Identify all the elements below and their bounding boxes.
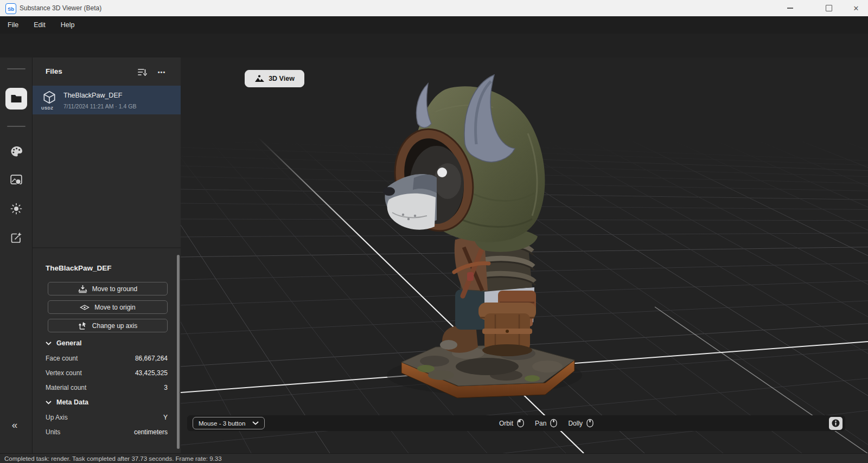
maximize-button[interactable] bbox=[816, 0, 841, 16]
close-icon: ✕ bbox=[853, 4, 859, 12]
title-bar: Sb Substance 3D Viewer (Beta) ✕ bbox=[0, 0, 868, 17]
rail-divider bbox=[7, 68, 25, 69]
menu-bar: File Edit Help bbox=[0, 16, 868, 34]
viewport-bottom-bar: Mouse - 3 button Orbit Pan D bbox=[187, 415, 845, 431]
info-icon bbox=[832, 419, 840, 427]
sun-icon bbox=[10, 203, 22, 215]
face-count-row: Face count 86,667,264 bbox=[46, 355, 168, 362]
collapse-icon: « bbox=[12, 419, 18, 431]
palette-icon bbox=[10, 146, 23, 157]
pan-hint: Pan bbox=[535, 419, 557, 428]
lighting-rail-button[interactable] bbox=[10, 202, 23, 215]
files-properties-panel: Files ••• USDZ TheBlackPaw_DEF 7/11/2024… bbox=[33, 57, 181, 453]
panel-divider bbox=[33, 247, 181, 248]
move-to-origin-button[interactable]: Move to origin bbox=[48, 300, 168, 314]
properties-title: TheBlackPaw_DEF bbox=[46, 264, 112, 272]
viewport-info-button[interactable] bbox=[829, 417, 843, 430]
chevron-down-icon bbox=[252, 421, 259, 425]
3d-viewport[interactable]: Mouse - 3 button Orbit Pan D bbox=[181, 57, 868, 453]
sort-button[interactable] bbox=[137, 67, 148, 77]
files-more-button[interactable]: ••• bbox=[156, 67, 167, 77]
dolly-hint: Dolly bbox=[568, 419, 593, 428]
close-button[interactable]: ✕ bbox=[844, 0, 868, 16]
3d-view-tab[interactable]: 3D View bbox=[245, 70, 304, 87]
menu-edit[interactable]: Edit bbox=[26, 16, 53, 34]
mouse-left-button-icon bbox=[517, 419, 524, 428]
vertex-count-row: Vertex count 43,425,325 bbox=[46, 369, 168, 377]
menu-help[interactable]: Help bbox=[53, 16, 82, 34]
files-panel-title: Files bbox=[46, 67, 62, 75]
edit-in-app-rail-button[interactable] bbox=[10, 232, 23, 245]
file-list-item-selected[interactable]: USDZ TheBlackPaw_DEF 7/11/2024 11:21 AM … bbox=[33, 86, 181, 114]
minimize-icon bbox=[787, 8, 793, 8]
chevron-down-icon bbox=[46, 342, 52, 345]
panel-scrollbar[interactable] bbox=[177, 255, 180, 449]
rail-divider bbox=[7, 126, 25, 127]
status-bar: Completed task: render. Task completed a… bbox=[0, 453, 868, 463]
sort-icon bbox=[138, 68, 147, 76]
file-meta: 7/11/2024 11:21 AM · 1.4 GB bbox=[63, 103, 136, 110]
file-type-badge: USDZ bbox=[41, 106, 53, 111]
edit-export-star-icon bbox=[10, 232, 22, 244]
mouse-hints: Orbit Pan Dolly bbox=[499, 415, 593, 431]
mouse-middle-button-icon bbox=[550, 419, 557, 428]
change-up-axis-button[interactable]: Change up axis bbox=[48, 319, 168, 332]
materials-rail-button[interactable] bbox=[10, 145, 23, 158]
minimize-button[interactable] bbox=[777, 0, 802, 16]
3d-cube-icon bbox=[42, 91, 56, 104]
collapse-panel-button[interactable]: « bbox=[7, 417, 23, 433]
change-up-axis-icon bbox=[78, 321, 87, 330]
section-meta-data[interactable]: Meta Data bbox=[46, 398, 88, 406]
move-to-origin-icon bbox=[80, 304, 90, 311]
folder-icon bbox=[10, 94, 22, 104]
mouse-right-button-icon bbox=[586, 419, 593, 428]
move-to-ground-icon bbox=[78, 285, 87, 293]
status-text: Completed task: render. Task completed a… bbox=[4, 455, 222, 462]
orbit-hint: Orbit bbox=[499, 419, 524, 428]
move-to-ground-button[interactable]: Move to ground bbox=[48, 282, 168, 295]
main-toolbar: Viewing * TheBlackPaw_DEF.usdz Canvas 3D… bbox=[0, 34, 868, 58]
background-rail-button[interactable] bbox=[10, 173, 23, 187]
files-rail-button[interactable] bbox=[5, 88, 27, 110]
maximize-icon bbox=[826, 5, 832, 11]
3d-view-icon bbox=[254, 74, 265, 83]
menu-file[interactable]: File bbox=[0, 16, 26, 34]
3d-scene bbox=[181, 57, 868, 453]
app-logo-icon: Sb bbox=[5, 3, 16, 14]
up-axis-row: Up Axis Y bbox=[46, 414, 168, 421]
section-general[interactable]: General bbox=[46, 339, 82, 347]
app-title: Substance 3D Viewer (Beta) bbox=[20, 4, 101, 12]
material-count-row: Material count 3 bbox=[46, 384, 168, 391]
mouse-mode-dropdown[interactable]: Mouse - 3 button bbox=[193, 417, 265, 429]
left-tool-rail: « bbox=[0, 57, 33, 453]
units-row: Units centimeters bbox=[46, 428, 168, 436]
file-name: TheBlackPaw_DEF bbox=[63, 92, 122, 99]
chevron-down-icon bbox=[46, 401, 52, 404]
image-sphere-icon bbox=[10, 175, 22, 185]
more-icon: ••• bbox=[158, 69, 166, 75]
